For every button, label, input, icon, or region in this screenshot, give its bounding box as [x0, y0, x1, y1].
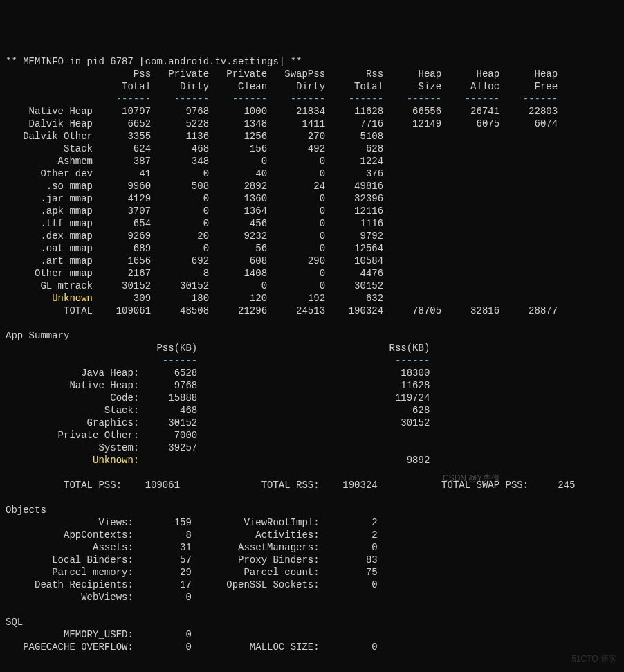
app-summary-row: Stack: 468 628 — [6, 405, 430, 416]
app-summary-row: System: 39257 — [6, 442, 430, 453]
app-summary-row: Private Other: 7000 — [6, 430, 430, 441]
objects-row: Views: 159 ViewRootImpl: 2 — [6, 517, 378, 528]
objects-row: AppContexts: 8 Activities: 2 — [6, 529, 378, 541]
mem-row: .apk mmap 3707 0 1364 0 12116 — [6, 206, 558, 217]
app-summary-row: Code: 15888 119724 — [6, 392, 430, 403]
mem-row: GL mtrack 30152 30152 0 0 30152 — [6, 280, 558, 291]
mem-row: TOTAL 109061 48508 21296 24513 190324 78… — [6, 305, 558, 316]
mem-row: .jar mmap 4129 0 1360 0 32396 — [6, 193, 558, 204]
app-summary-totals: TOTAL PSS: 109061 TOTAL RSS: 190324 TOTA… — [6, 480, 575, 491]
mem-row: Stack 624 468 156 492 628 — [6, 143, 558, 154]
app-summary-row: Java Heap: 6528 18300 — [6, 367, 430, 379]
mem-row: Dalvik Heap 6652 5228 1348 1411 7716 121… — [6, 118, 558, 129]
sql-title: SQL — [6, 617, 23, 628]
sql-row: PAGECACHE_OVERFLOW: 0 MALLOC_SIZE: 0 — [6, 642, 378, 653]
objects-row: Death Recipients: 17 OpenSSL Sockets: 0 — [6, 579, 378, 590]
objects-row: WebViews: 0 — [6, 592, 378, 603]
mem-row: Native Heap 10797 9768 1000 21834 11628 … — [6, 106, 558, 117]
terminal-output: ** MEMINFO in pid 6787 [com.android.tv.s… — [6, 55, 624, 653]
mem-row: Unknown 309 180 120 192 632 — [6, 293, 558, 304]
objects-row: Local Binders: 57 Proxy Binders: 83 — [6, 554, 378, 565]
watermark-51cto: 51CTO 博客 — [571, 653, 617, 665]
app-summary-row: Native Heap: 9768 11628 — [6, 380, 430, 391]
sql-row: MEMORY_USED: 0 — [6, 629, 378, 640]
app-summary-title: App Summary — [6, 330, 69, 341]
mem-row: Other dev 41 0 40 0 376 — [6, 168, 558, 179]
mem-row: .ttf mmap 654 0 456 0 1116 — [6, 218, 558, 229]
mem-row: .so mmap 9960 508 2892 24 49816 — [6, 181, 558, 192]
mem-row: Other mmap 2167 8 1408 0 4476 — [6, 268, 558, 279]
objects-row: Assets: 31 AssetManagers: 0 — [6, 542, 378, 553]
mem-row: .oat mmap 689 0 56 0 12564 — [6, 243, 558, 254]
mem-row: .dex mmap 9269 20 9232 0 9792 — [6, 230, 558, 242]
title-line: ** MEMINFO in pid 6787 [com.android.tv.s… — [6, 56, 302, 67]
objects-row: Parcel memory: 29 Parcel count: 75 — [6, 567, 378, 578]
mem-row: Dalvik Other 3355 1136 1256 270 5108 — [6, 131, 558, 142]
app-summary-row: Graphics: 30152 30152 — [6, 417, 430, 428]
objects-title: Objects — [6, 505, 46, 516]
mem-row: .art mmap 1656 692 608 290 10584 — [6, 255, 558, 266]
app-summary-row: Unknown: 9892 — [6, 455, 430, 466]
mem-row: Ashmem 387 348 0 0 1224 — [6, 156, 558, 167]
